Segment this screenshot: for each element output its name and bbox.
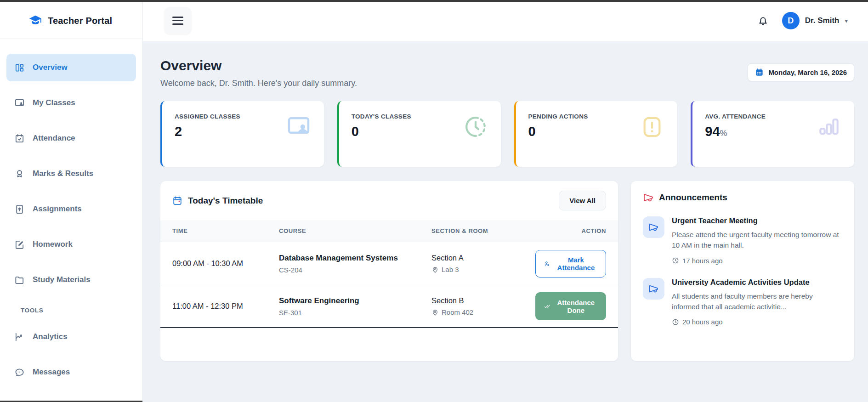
announcement-title: University Academic Activities Update (672, 278, 842, 287)
content-row: Today's Timetable View All TIME COURSE S… (160, 181, 854, 361)
course-name: Database Management Systems (279, 254, 431, 263)
main: Overview Welcome back, Dr. Smith. Here's… (143, 41, 868, 402)
stat-value: 0 (352, 124, 411, 139)
sidebar-item-label: Analytics (33, 332, 68, 341)
file-upload-icon (14, 204, 25, 215)
megaphone-icon (643, 192, 654, 203)
column-header-section-room: SECTION & ROOM (431, 227, 535, 234)
announcement-title: Urgent Teacher Meeting (672, 216, 842, 225)
pencil-square-icon (14, 239, 25, 250)
column-header-course: COURSE (279, 227, 431, 234)
clock-icon (672, 257, 679, 264)
attendance-done-button[interactable]: Attendance Done (535, 292, 606, 320)
chat-bubble-icon (14, 367, 25, 378)
app-title: Teacher Portal (48, 16, 112, 26)
window-top-edge (0, 0, 868, 2)
stat-cards: ASSIGNED CLASSES 2 TODAY'S CLASSES (160, 101, 854, 167)
sidebar-item-my-classes[interactable]: My Classes (6, 89, 136, 117)
megaphone-icon (643, 278, 664, 300)
clock-icon (672, 318, 679, 326)
notifications-button[interactable] (757, 15, 769, 27)
topbar: D Dr. Smith ▾ (143, 0, 868, 41)
double-check-icon (544, 302, 550, 311)
mark-attendance-button[interactable]: Mark Attendance (535, 250, 606, 277)
topbar-right: D Dr. Smith ▾ (757, 12, 848, 29)
section-label: Section B (431, 296, 535, 305)
map-pin-icon (431, 309, 439, 316)
sidebar-toggle-button[interactable] (164, 7, 192, 34)
timetable-panel: Today's Timetable View All TIME COURSE S… (160, 181, 618, 361)
sidebar-item-attendance[interactable]: Attendance (6, 125, 136, 152)
sidebar-item-label: Study Materials (33, 275, 91, 284)
sidebar-item-homework[interactable]: Homework (6, 231, 136, 258)
view-all-button[interactable]: View All (559, 191, 606, 210)
stat-value: 0 (528, 124, 588, 139)
date-chip: Monday, March 16, 2026 (748, 63, 854, 81)
stat-value: 94% (705, 124, 766, 139)
sidebar-item-assignments[interactable]: Assignments (6, 195, 136, 223)
hamburger-icon (172, 17, 183, 25)
announcements-head: Announcements (643, 192, 842, 203)
timetable-header-row: TIME COURSE SECTION & ROOM ACTION (160, 220, 618, 242)
class-time: 11:00 AM - 12:30 PM (172, 302, 279, 311)
stat-label: TODAY'S CLASSES (352, 113, 411, 120)
page-title: Overview (160, 58, 357, 74)
announcement-time: 20 hours ago (672, 318, 842, 326)
sidebar-nav: Overview My Classes Attendance (0, 39, 142, 386)
avatar: D (782, 12, 800, 29)
stat-value: 2 (175, 124, 240, 139)
folder-icon (14, 275, 25, 285)
current-date: Monday, March 16, 2026 (768, 68, 847, 76)
sidebar: Teacher Portal Overview My Classes (0, 0, 143, 402)
tools-section-label: TOOLS (6, 301, 136, 323)
column-header-time: TIME (172, 227, 279, 234)
announcement-body: Please attend the urgent faculty meeting… (672, 229, 842, 251)
sidebar-item-label: Overview (33, 63, 68, 72)
bar-chart-icon (816, 114, 842, 155)
announcement-time: 17 hours ago (672, 257, 842, 265)
classroom-board-icon (286, 114, 312, 155)
room-label: Lab 3 (431, 266, 535, 273)
page-subtitle: Welcome back, Dr. Smith. Here's your dai… (160, 79, 357, 88)
timetable-title: Today's Timetable (188, 196, 263, 206)
classroom-board-icon (14, 98, 25, 108)
user-name: Dr. Smith (805, 16, 840, 25)
course-code: SE-301 (279, 309, 431, 317)
announcement-item[interactable]: Urgent Teacher Meeting Please attend the… (643, 216, 842, 265)
calendar-check-icon (14, 133, 25, 144)
stat-label: PENDING ACTIONS (528, 113, 588, 120)
announcement-body: All students and faculty members are her… (672, 291, 842, 312)
sidebar-item-label: Homework (33, 240, 73, 249)
sidebar-item-marks-results[interactable]: Marks & Results (6, 160, 136, 187)
calendar-icon (172, 196, 182, 206)
award-icon (14, 169, 25, 179)
sidebar-item-study-materials[interactable]: Study Materials (6, 266, 136, 294)
sidebar-item-label: Messages (33, 368, 70, 377)
bell-icon (757, 15, 769, 27)
announcements-panel: Announcements Urgent T (631, 181, 854, 361)
person-check-icon (544, 260, 550, 268)
stat-card-pending-actions: PENDING ACTIONS 0 (514, 101, 678, 167)
sidebar-item-label: Attendance (33, 134, 75, 143)
stat-card-assigned-classes: ASSIGNED CLASSES 2 (160, 101, 324, 167)
megaphone-icon (643, 216, 664, 238)
stat-card-todays-classes: TODAY'S CLASSES 0 (337, 101, 501, 167)
chevron-down-icon: ▾ (845, 17, 848, 24)
sidebar-item-analytics[interactable]: Analytics (6, 323, 136, 351)
user-menu[interactable]: D Dr. Smith ▾ (782, 12, 848, 29)
announcement-item[interactable]: University Academic Activities Update Al… (643, 278, 842, 326)
chart-line-icon (14, 332, 25, 342)
timetable-row: 09:00 AM - 10:30 AM Database Management … (160, 242, 618, 285)
app-root: Teacher Portal Overview My Classes (0, 0, 868, 402)
timetable-title-group: Today's Timetable (172, 196, 263, 206)
column-header-action: ACTION (535, 227, 606, 234)
timetable-head: Today's Timetable View All (160, 181, 618, 220)
class-time: 09:00 AM - 10:30 AM (172, 259, 279, 268)
timetable-row: 11:00 AM - 12:30 PM Software Engineering… (160, 285, 618, 328)
map-pin-icon (431, 266, 439, 273)
sidebar-item-messages[interactable]: Messages (6, 358, 136, 386)
clock-icon (463, 114, 488, 155)
graduation-cap-icon (28, 14, 42, 28)
sidebar-item-overview[interactable]: Overview (6, 54, 136, 81)
room-label: Room 402 (431, 308, 535, 316)
